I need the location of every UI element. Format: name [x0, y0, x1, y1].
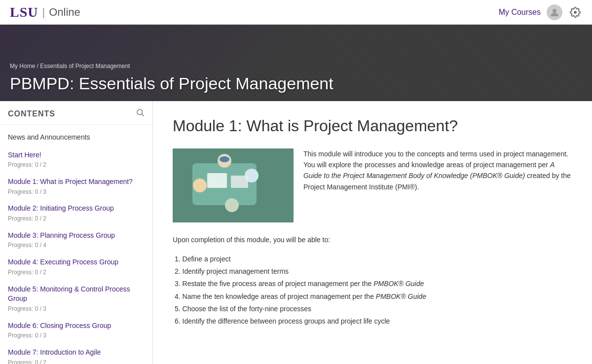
- sidebar-item-module6[interactable]: Module 6: Closing Process Group Progress…: [0, 317, 152, 344]
- page-title: PBMPD: Essentials of Project Management: [10, 73, 582, 94]
- svg-point-0: [553, 9, 556, 13]
- sidebar-item-label: Module 6: Closing Process Group: [8, 321, 145, 331]
- svg-point-7: [193, 179, 207, 192]
- sidebar-item-label: News and Announcements: [8, 133, 90, 141]
- sidebar-header: CONTENTS: [0, 101, 152, 125]
- module-title: Module 1: What is Project Management?: [173, 116, 572, 137]
- logo-lsu: LSU: [10, 4, 38, 20]
- sidebar-item-progress: Progress: 0 / 3: [8, 305, 145, 313]
- sidebar-item-progress: Progress: 0 / 2: [8, 359, 145, 364]
- logo-area: LSU | Online: [10, 4, 80, 20]
- sidebar-item-news[interactable]: News and Announcements: [0, 129, 152, 146]
- objective-2: Identify project management terms: [173, 265, 572, 278]
- my-courses-link[interactable]: My Courses: [499, 8, 541, 17]
- gear-icon[interactable]: [568, 5, 582, 19]
- objectives-list: Define a project Identify project manage…: [173, 253, 572, 328]
- intro-text-1: This module will introduce you to the co…: [303, 150, 568, 169]
- search-icon[interactable]: [136, 108, 145, 119]
- logo-online: Online: [49, 6, 80, 19]
- main-content: Module 1: What is Project Management?: [153, 101, 592, 364]
- module-description: This module will introduce you to the co…: [303, 148, 572, 222]
- objective-6: Identify the difference between process …: [173, 315, 572, 328]
- logo-divider: |: [42, 6, 45, 19]
- sidebar-item-label: Module 3: Planning Process Group: [8, 231, 145, 241]
- objective-3: Restate the five process areas of projec…: [173, 278, 572, 290]
- sidebar-item-progress: Progress: 0 / 3: [8, 188, 145, 196]
- contents-label: CONTENTS: [8, 109, 55, 118]
- objective-5: Choose the list of the forty-nine proces…: [173, 303, 572, 315]
- sidebar-item-module3[interactable]: Module 3: Planning Process Group Progres…: [0, 227, 152, 254]
- sidebar-item-progress: Progress: 0 / 4: [8, 241, 145, 250]
- svg-rect-9: [207, 173, 227, 188]
- sidebar-item-label: Module 4: Executing Process Group: [8, 257, 145, 267]
- sidebar-item-module7[interactable]: Module 7: Introduction to Agile Progress…: [0, 344, 152, 364]
- svg-point-1: [137, 109, 143, 115]
- sidebar-item-module5[interactable]: Module 5: Monitoring & Control Process G…: [0, 281, 152, 317]
- sidebar-item-label: Start Here!: [8, 150, 145, 160]
- svg-rect-10: [231, 176, 248, 188]
- module-image: [173, 148, 294, 222]
- sidebar: CONTENTS News and Announcements Start He…: [0, 101, 153, 364]
- completion-text: Upon completion of this module, you will…: [173, 234, 572, 245]
- sidebar-item-label: Module 1: What is Project Management?: [8, 177, 145, 187]
- avatar[interactable]: [547, 4, 562, 20]
- hero-content: My Home / Essentials of Project Manageme…: [0, 58, 592, 101]
- sidebar-item-module2[interactable]: Module 2: Initiating Process Group Progr…: [0, 200, 152, 226]
- hero-banner: My Home / Essentials of Project Manageme…: [0, 25, 592, 101]
- sidebar-item-progress: Progress: 0 / 2: [8, 215, 145, 223]
- sidebar-item-label: Module 5: Monitoring & Control Process G…: [8, 285, 145, 304]
- breadcrumb-course: Essentials of Project Management: [40, 63, 130, 70]
- objective-4: Name the ten knowledge areas of project …: [173, 291, 572, 303]
- sidebar-item-module4[interactable]: Module 4: Executing Process Group Progre…: [0, 254, 152, 280]
- sidebar-item-label: Module 7: Introduction to Agile: [8, 348, 145, 358]
- objective-1: Define a project: [173, 253, 572, 265]
- main-layout: CONTENTS News and Announcements Start He…: [0, 101, 592, 364]
- sidebar-item-progress: Progress: 0 / 2: [8, 268, 145, 277]
- sidebar-item-progress: Progress: 0 / 2: [8, 161, 145, 169]
- svg-point-8: [225, 198, 239, 212]
- svg-point-11: [220, 156, 229, 162]
- sidebar-item-start-here[interactable]: Start Here! Progress: 0 / 2: [0, 146, 152, 173]
- sidebar-item-module1[interactable]: Module 1: What is Project Management? Pr…: [0, 173, 152, 200]
- svg-line-2: [142, 114, 144, 116]
- sidebar-item-label: Module 2: Initiating Process Group: [8, 204, 145, 214]
- header-right: My Courses: [499, 4, 582, 20]
- breadcrumb-home-link[interactable]: My Home: [10, 63, 35, 70]
- sidebar-nav: News and Announcements Start Here! Progr…: [0, 125, 152, 364]
- sidebar-item-progress: Progress: 0 / 3: [8, 331, 145, 340]
- breadcrumb: My Home / Essentials of Project Manageme…: [10, 63, 582, 70]
- module-intro: This module will introduce you to the co…: [173, 148, 572, 222]
- header: LSU | Online My Courses: [0, 0, 592, 25]
